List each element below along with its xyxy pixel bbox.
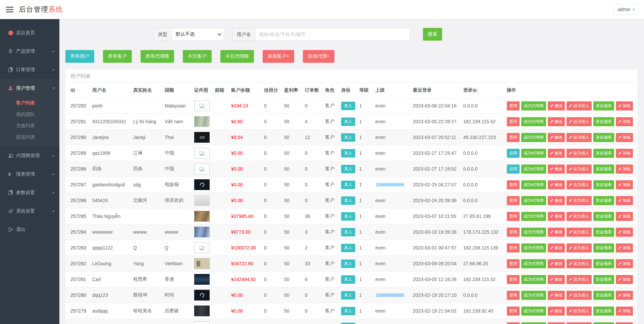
add-money-button[interactable]: 加钱 xyxy=(616,212,633,221)
set-fake-button[interactable]: 设为假人 xyxy=(567,133,592,142)
parent-agent-link[interactable]: 18888888888 xyxy=(375,182,404,187)
fund-report-button[interactable]: 资金报表 xyxy=(593,196,614,205)
fund-report-button[interactable]: 资金报表 xyxy=(593,101,614,110)
fund-report-button[interactable]: 资金报表 xyxy=(593,149,614,158)
set-fake-button[interactable]: 设为假人 xyxy=(567,212,592,221)
identity-badge[interactable]: 真人 xyxy=(341,181,355,189)
sidebar-item-products[interactable]: 产品管理▸ xyxy=(0,42,59,60)
parent-agent-link[interactable]: 18888888888 xyxy=(375,292,404,298)
become-agent-button[interactable]: 成为代理商 xyxy=(521,117,546,126)
certificate-photo[interactable] xyxy=(194,274,210,285)
add-money-button[interactable]: 加钱 xyxy=(616,228,633,237)
fund-report-button[interactable]: 资金报表 xyxy=(593,322,614,324)
sidebar-item-params[interactable]: 参数设置▸ xyxy=(0,183,59,202)
sidebar-subitem-my-team[interactable]: 我的团队 xyxy=(0,109,59,120)
certificate-photo[interactable] xyxy=(194,258,210,269)
set-fake-button[interactable]: 设为假人 xyxy=(567,165,592,174)
identity-badge[interactable]: 真人 xyxy=(341,196,355,205)
certificate-photo[interactable] xyxy=(194,306,210,316)
identity-badge[interactable]: 真人 xyxy=(341,149,355,157)
sidebar-item-users[interactable]: 用户管理▾ xyxy=(0,79,59,97)
set-fake-button[interactable]: 设为假人 xyxy=(567,180,592,189)
add-money-button[interactable]: 加钱 xyxy=(616,291,633,300)
add-customer-button[interactable]: 添加客户+ xyxy=(263,50,294,63)
edit-button[interactable]: 修改 xyxy=(548,259,565,268)
toggle-enable-button[interactable]: 禁用 xyxy=(507,259,520,268)
certificate-photo[interactable] xyxy=(194,116,210,127)
identity-badge[interactable]: 真人 xyxy=(341,165,355,173)
edit-button[interactable]: 修改 xyxy=(548,291,565,300)
identity-badge[interactable]: 真人 xyxy=(341,102,355,110)
certificate-photo[interactable] xyxy=(194,321,210,324)
identity-badge[interactable]: 真人 xyxy=(341,323,355,324)
add-money-button[interactable]: 加钱 xyxy=(616,243,633,252)
become-agent-button[interactable]: 成为代理商 xyxy=(521,228,546,237)
edit-button[interactable]: 修改 xyxy=(548,322,565,324)
add-money-button[interactable]: 加钱 xyxy=(616,101,633,110)
set-fake-button[interactable]: 设为假人 xyxy=(567,101,592,110)
sidebar-item-logout[interactable]: 退出 xyxy=(0,220,59,239)
set-fake-button[interactable]: 设为假人 xyxy=(567,149,592,158)
identity-badge[interactable]: 真人 xyxy=(341,118,355,126)
certificate-photo[interactable] xyxy=(194,195,210,206)
identity-badge[interactable]: 真人 xyxy=(341,228,355,236)
all-agents-button[interactable]: 所有代理商 xyxy=(141,50,174,63)
type-filter-select[interactable]: 默认不选 xyxy=(171,28,224,41)
edit-button[interactable]: 修改 xyxy=(548,133,565,142)
all-customers-button[interactable]: 所有客户 xyxy=(103,50,132,63)
identity-badge[interactable]: 真人 xyxy=(341,260,355,268)
menu-toggle-icon[interactable] xyxy=(6,5,13,14)
set-fake-button[interactable]: 设为假人 xyxy=(567,322,592,324)
identity-badge[interactable]: 真人 xyxy=(341,275,355,284)
edit-button[interactable]: 修改 xyxy=(548,149,565,158)
fund-report-button[interactable]: 资金报表 xyxy=(593,117,614,126)
become-agent-button[interactable]: 成为代理商 xyxy=(521,291,546,300)
become-agent-button[interactable]: 成为代理商 xyxy=(521,101,546,110)
fund-report-button[interactable]: 资金报表 xyxy=(593,307,614,316)
add-money-button[interactable]: 加钱 xyxy=(616,322,633,324)
certificate-photo[interactable] xyxy=(194,148,210,158)
certificate-photo[interactable] xyxy=(194,100,210,111)
set-fake-button[interactable]: 设为假人 xyxy=(567,196,592,205)
fund-report-button[interactable]: 资金报表 xyxy=(593,259,614,268)
add-money-button[interactable]: 加钱 xyxy=(616,259,633,268)
toggle-enable-button[interactable]: 禁用 xyxy=(507,291,520,300)
sidebar-item-reports[interactable]: ¥报表管理▸ xyxy=(0,165,59,183)
fund-report-button[interactable]: 资金报表 xyxy=(593,180,614,189)
set-fake-button[interactable]: 设为假人 xyxy=(567,291,592,300)
become-agent-button[interactable]: 成为代理商 xyxy=(521,307,546,316)
set-fake-button[interactable]: 设为假人 xyxy=(567,259,592,268)
toggle-enable-button[interactable]: 禁用 xyxy=(507,307,520,316)
certificate-photo[interactable] xyxy=(194,290,210,300)
today-customers-button[interactable]: 今日客户 xyxy=(183,50,212,63)
become-agent-button[interactable]: 成为代理商 xyxy=(521,243,546,252)
become-agent-button[interactable]: 成为代理商 xyxy=(521,275,546,284)
username-search-input[interactable] xyxy=(255,28,410,41)
identity-badge[interactable]: 真人 xyxy=(341,244,355,252)
toggle-enable-button[interactable]: 禁用 xyxy=(507,212,520,221)
toggle-enable-button[interactable]: 禁用 xyxy=(507,101,520,110)
fund-report-button[interactable]: 资金报表 xyxy=(593,165,614,174)
sidebar-item-system[interactable]: 系统设置▸ xyxy=(0,202,59,220)
become-agent-button[interactable]: 成为代理商 xyxy=(521,165,546,174)
all-users-button[interactable]: 所有用户 xyxy=(65,50,94,63)
become-agent-button[interactable]: 成为代理商 xyxy=(521,259,546,268)
set-fake-button[interactable]: 设为假人 xyxy=(567,243,592,252)
edit-button[interactable]: 修改 xyxy=(548,196,565,205)
add-money-button[interactable]: 加钱 xyxy=(616,275,633,284)
sidebar-subitem-withdraw-list[interactable]: 提现列表 xyxy=(0,132,59,143)
identity-badge[interactable]: 真人 xyxy=(341,212,355,221)
become-agent-button[interactable]: 成为代理商 xyxy=(521,212,546,221)
become-agent-button[interactable]: 成为代理商 xyxy=(521,149,546,158)
add-money-button[interactable]: 加钱 xyxy=(616,180,633,189)
identity-badge[interactable]: 真人 xyxy=(341,307,355,315)
sidebar-item-orders[interactable]: 订单管理▸ xyxy=(0,60,59,79)
edit-button[interactable]: 修改 xyxy=(548,228,565,237)
sidebar-subitem-recharge-list[interactable]: 充值列表 xyxy=(0,120,59,132)
certificate-photo[interactable] xyxy=(194,227,210,237)
certificate-photo[interactable] xyxy=(194,164,210,174)
add-money-button[interactable]: 加钱 xyxy=(616,117,633,126)
fund-report-button[interactable]: 资金报表 xyxy=(593,133,614,142)
edit-button[interactable]: 修改 xyxy=(548,275,565,284)
set-fake-button[interactable]: 设为假人 xyxy=(567,228,592,237)
